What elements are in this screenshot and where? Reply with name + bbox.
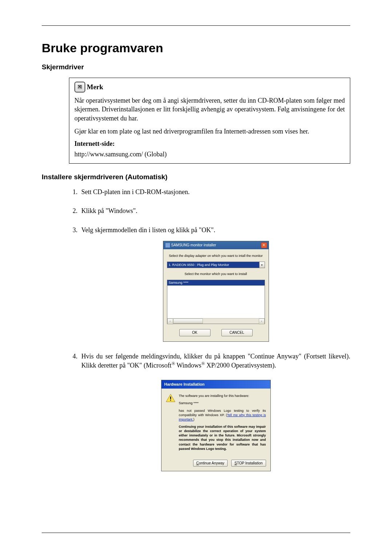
install-steps-list: Sett CD-platen inn i CD-ROM-stasjonen. K…: [69, 188, 350, 471]
header-rule: [42, 25, 350, 26]
system-menu-icon[interactable]: [166, 243, 170, 247]
reg-2: ®: [201, 361, 205, 366]
footer-rule: [42, 533, 350, 533]
scroll-left-icon[interactable]: ‹: [167, 319, 173, 324]
note-title: Merk: [87, 83, 103, 91]
hardware-titlebar: Hardware Installation: [162, 380, 270, 389]
reg-1: ®: [172, 361, 175, 366]
ok-button[interactable]: OK: [179, 329, 211, 336]
note-box: Merk Når operativsystemet ber deg om å a…: [69, 78, 350, 164]
note-internet-label: Internett-side:: [74, 140, 345, 148]
adapter-selected-text: 1. RADEON 9550 : Plug and Play Monitor: [167, 262, 259, 268]
installer-titlebar: SAMSUNG monitor installer ×: [163, 241, 269, 249]
step-4-text-c: XP/2000 Operativsystem).: [205, 362, 276, 369]
step-3-text: Velg skjermmodellen din i listen og klik…: [81, 226, 215, 234]
note-paragraph-1: Når operativsystemet ber deg om å angi s…: [74, 96, 345, 123]
section-skjermdriver: Skjermdriver: [42, 63, 350, 71]
adapter-dropdown[interactable]: 1. RADEON 9550 : Plug and Play Monitor ▼: [167, 262, 265, 268]
monitor-list-empty: [167, 286, 265, 319]
scrollbar-track[interactable]: [203, 319, 259, 324]
svg-rect-1: [170, 397, 171, 399]
chevron-down-icon[interactable]: ▼: [259, 262, 265, 268]
close-icon[interactable]: ×: [261, 242, 267, 248]
step-1: Sett CD-platen inn i CD-ROM-stasjonen.: [79, 188, 350, 196]
hw-bold-warning: Continuing your installation of this sof…: [179, 424, 266, 451]
horizontal-scrollbar[interactable]: ‹ ›: [167, 318, 265, 324]
svg-rect-2: [170, 400, 171, 401]
scrollbar-thumb[interactable]: [173, 319, 203, 324]
monitor-label: Select the monitor which you want to ins…: [167, 272, 265, 280]
hw-line2: Samsung ****: [179, 401, 266, 405]
cancel-button[interactable]: CANCEL: [221, 329, 253, 336]
hw-line3b: ): [193, 418, 195, 421]
monitor-selected-item[interactable]: Samsung ****: [167, 280, 265, 285]
warning-icon: [166, 394, 175, 402]
continue-anyway-button[interactable]: Continue Anyway: [193, 460, 228, 467]
monitor-listbox[interactable]: Samsung **** ‹ ›: [167, 280, 265, 324]
note-icon: [74, 82, 85, 93]
step-4: Hvis du ser følgende meldingsvindu, klik…: [79, 352, 350, 471]
stop-installation-button[interactable]: STOP Installation: [231, 460, 266, 467]
hardware-installation-dialog: Hardware Installation The software you a…: [161, 380, 271, 471]
hw-line1: The software you are installing for this…: [179, 394, 266, 398]
note-paragraph-2: Gjør klar en tom plate og last ned drive…: [74, 127, 345, 136]
installer-title-text: SAMSUNG monitor installer: [171, 243, 216, 248]
note-url: http://www.samsung.com/ (Global): [74, 151, 345, 158]
step-4-text-b: Windows: [175, 362, 201, 369]
section-install-auto: Installere skjermdriveren (Automatisk): [42, 173, 350, 181]
step-2: Klikk på "Windows".: [79, 206, 350, 215]
scroll-right-icon[interactable]: ›: [259, 319, 265, 324]
step-3: Velg skjermmodellen din i listen og klik…: [79, 226, 350, 342]
page-title: Bruke programvaren: [42, 41, 350, 55]
adapter-label: Select the display adapter on which you …: [167, 254, 265, 262]
installer-dialog: SAMSUNG monitor installer × Select the d…: [163, 241, 269, 342]
